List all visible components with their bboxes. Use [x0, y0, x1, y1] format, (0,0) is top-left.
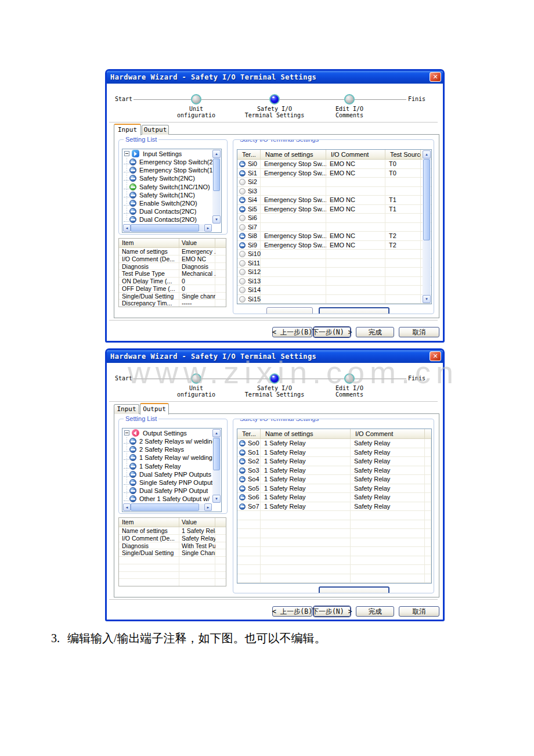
scroll-thumb[interactable]: [213, 159, 220, 191]
tree-item[interactable]: Safety Switch(1NC/1NO): [122, 183, 212, 191]
dialog-titlebar[interactable]: Hardware Wizard - Safety I/O Terminal Se…: [107, 71, 443, 84]
scroll-up-button[interactable]: ▲: [212, 429, 221, 437]
wizard-step-edit-comments-icon[interactable]: [344, 94, 355, 105]
next-button[interactable]: 下一步(N) >: [313, 327, 351, 337]
finish-button[interactable]: 完成: [356, 606, 394, 617]
tree-item[interactable]: Dual Contacts(2NC): [122, 207, 212, 215]
terminal-row[interactable]: Si8Emergency Stop Sw...EMO NCT2: [237, 232, 431, 241]
cutoff-default-button[interactable]: [319, 586, 389, 593]
terminal-column-header[interactable]: I/O Comment: [351, 429, 425, 438]
tree-item[interactable]: 2 Safety Relays w/ welding: [122, 437, 212, 445]
tree-item[interactable]: 1 Safety Relay: [122, 462, 212, 470]
tree-root-item[interactable]: Output Settings: [122, 429, 212, 437]
scroll-left-button[interactable]: ◄: [123, 224, 131, 232]
cutoff-button[interactable]: [266, 307, 313, 314]
close-button[interactable]: ✕: [430, 72, 441, 82]
property-row[interactable]: ON Delay Time (...0: [119, 278, 226, 285]
cutoff-default-button[interactable]: [319, 307, 389, 314]
cancel-button[interactable]: 取消: [399, 327, 439, 337]
tree-item[interactable]: Emergency Stop Switch(1: [122, 166, 212, 174]
property-row[interactable]: OFF Delay Time (...0: [119, 285, 226, 293]
terminal-row[interactable]: So01 Safety RelaySafety Relay: [237, 439, 431, 448]
tree-item[interactable]: Dual Safety PNP Outputs: [122, 470, 212, 478]
terminal-column-header[interactable]: I/O Comment: [326, 150, 385, 159]
terminal-row[interactable]: Si12: [237, 268, 431, 277]
terminal-vertical-scrollbar[interactable]: ▲ ▼: [423, 150, 431, 303]
property-row[interactable]: Name of settings1 Safety Relay: [119, 527, 226, 535]
terminal-table[interactable]: Ter...Name of settingsI/O CommentTest So…: [237, 150, 431, 304]
dialog-titlebar[interactable]: Hardware Wizard - Safety I/O Terminal Se…: [107, 350, 443, 363]
terminal-row[interactable]: So71 Safety RelaySafety Relay: [237, 502, 431, 512]
wizard-step-terminal-settings-icon[interactable]: [269, 373, 280, 384]
terminal-column-header[interactable]: Name of settings: [261, 150, 326, 159]
setting-tree[interactable]: Input SettingsEmergency Stop Switch(2Eme…: [122, 149, 222, 233]
tab-output[interactable]: Output: [140, 403, 169, 415]
terminal-column-header[interactable]: Name of settings: [261, 429, 351, 438]
terminal-row[interactable]: Si7: [237, 223, 431, 232]
cancel-button[interactable]: 取消: [399, 606, 439, 617]
terminal-row[interactable]: So41 Safety RelaySafety Relay: [237, 475, 431, 484]
wizard-step-edit-comments-icon[interactable]: [344, 373, 355, 384]
terminal-row[interactable]: Si15: [237, 295, 431, 304]
scroll-down-button[interactable]: ▼: [212, 215, 221, 224]
terminal-row[interactable]: Si11: [237, 259, 431, 268]
scroll-down-button[interactable]: ▼: [423, 295, 431, 303]
terminal-row[interactable]: So31 Safety RelaySafety Relay: [237, 466, 431, 476]
terminal-row[interactable]: Si14: [237, 286, 431, 295]
scroll-right-button[interactable]: ►: [204, 503, 212, 511]
terminal-row[interactable]: [237, 511, 431, 520]
terminal-row[interactable]: [237, 529, 431, 538]
tree-horizontal-scrollbar[interactable]: ◄ ►: [123, 503, 212, 511]
back-button[interactable]: < 上一步(B): [272, 327, 312, 337]
tree-root-item[interactable]: Input Settings: [122, 149, 212, 158]
tree-item[interactable]: Safety Switch(1NC): [122, 191, 212, 199]
terminal-table[interactable]: Ter...Name of settingsI/O CommentSo01 Sa…: [237, 429, 431, 583]
terminal-column-header[interactable]: Ter...: [237, 150, 261, 159]
terminal-column-header[interactable]: Ter...: [237, 429, 261, 438]
tree-item[interactable]: Enable Switch(2NO): [122, 199, 212, 207]
terminal-row[interactable]: So51 Safety RelaySafety Relay: [237, 484, 431, 494]
scroll-thumb[interactable]: [423, 159, 430, 240]
terminal-row[interactable]: So61 Safety RelaySafety Relay: [237, 493, 431, 502]
wizard-step-terminal-settings-icon[interactable]: [269, 94, 280, 105]
scroll-up-button[interactable]: ▲: [423, 150, 431, 159]
terminal-row[interactable]: [237, 574, 431, 584]
kv-header-value[interactable]: Value: [179, 239, 215, 247]
tree-vertical-scrollbar[interactable]: ▲ ▼: [212, 150, 221, 224]
terminal-row[interactable]: Si2: [237, 178, 431, 187]
terminal-row[interactable]: [237, 565, 431, 574]
property-row[interactable]: I/O Comment (De...EMO NC: [119, 255, 226, 263]
scroll-up-button[interactable]: ▲: [212, 150, 221, 158]
property-row[interactable]: Single/Dual SettingSingle channel: [119, 293, 226, 300]
collapse-icon[interactable]: [124, 430, 129, 435]
terminal-row[interactable]: Si5Emergency Stop Sw...EMO NCT1: [237, 205, 431, 214]
property-row[interactable]: DiagnosisWith Test Pu...: [119, 542, 226, 550]
tree-horizontal-scrollbar[interactable]: ◄ ►: [123, 224, 212, 232]
tree-item[interactable]: Emergency Stop Switch(2: [122, 158, 212, 166]
terminal-row[interactable]: [237, 547, 431, 556]
scroll-thumb[interactable]: [131, 224, 199, 232]
tab-output[interactable]: Output: [142, 125, 169, 135]
terminal-row[interactable]: [237, 556, 431, 566]
tab-input[interactable]: Input: [114, 124, 141, 135]
terminal-row[interactable]: Si6: [237, 214, 431, 223]
scroll-thumb[interactable]: [131, 503, 199, 511]
scroll-left-button[interactable]: ◄: [123, 503, 131, 511]
property-row[interactable]: I/O Comment (De...Safety Relay: [119, 535, 226, 542]
terminal-row[interactable]: Si13: [237, 277, 431, 286]
terminal-row[interactable]: Si1Emergency Stop Sw...EMO NCT0: [237, 169, 431, 178]
tree-item[interactable]: Dual Safety PNP Output: [122, 487, 212, 495]
terminal-row[interactable]: Si3: [237, 187, 431, 196]
terminal-row[interactable]: [237, 520, 431, 530]
tree-item[interactable]: 2 Safety Relays: [122, 445, 212, 453]
wizard-step-unit-configuration-icon[interactable]: [191, 94, 201, 105]
next-button[interactable]: 下一步(N) >: [313, 606, 351, 617]
terminal-row[interactable]: So11 Safety RelaySafety Relay: [237, 448, 431, 458]
property-row[interactable]: Name of settingsEmergency ...: [119, 248, 226, 255]
terminal-row[interactable]: So21 Safety RelaySafety Relay: [237, 457, 431, 466]
wizard-step-unit-configuration-icon[interactable]: [191, 373, 201, 384]
scroll-down-button[interactable]: ▼: [212, 495, 221, 503]
kv-header-item[interactable]: Item: [119, 518, 179, 527]
tree-item[interactable]: Dual Contacts(2NO): [122, 215, 212, 224]
property-row[interactable]: Discrepancy Tim...-----: [119, 300, 226, 307]
